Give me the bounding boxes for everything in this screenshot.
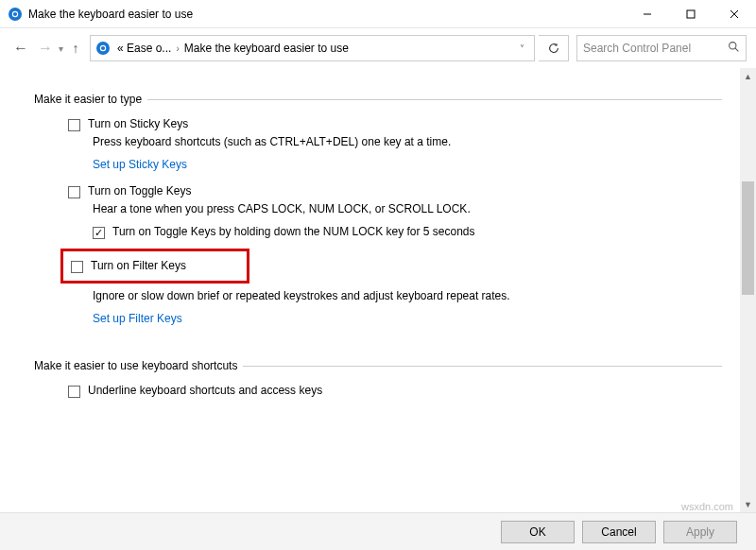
vertical-scrollbar[interactable]: ▲ ▼ bbox=[740, 68, 756, 512]
chevron-right-icon[interactable]: › bbox=[173, 43, 181, 54]
apply-button[interactable]: Apply bbox=[663, 521, 737, 543]
svg-rect-4 bbox=[687, 10, 695, 18]
scroll-thumb[interactable] bbox=[742, 181, 754, 295]
refresh-button[interactable] bbox=[539, 35, 569, 61]
toggle-keys-desc: Hear a tone when you press CAPS LOCK, NU… bbox=[93, 202, 722, 215]
section-keyboard-shortcuts: Make it easier to use keyboard shortcuts… bbox=[34, 359, 722, 415]
filter-keys-label: Turn on Filter Keys bbox=[91, 259, 186, 272]
watermark: wsxdn.com bbox=[681, 501, 733, 512]
control-panel-icon bbox=[94, 40, 112, 57]
sticky-keys-desc: Press keyboard shortcuts (such as CTRL+A… bbox=[93, 135, 722, 148]
toggle-keys-checkbox[interactable] bbox=[68, 186, 80, 198]
scroll-up-button[interactable]: ▲ bbox=[740, 68, 756, 84]
scroll-down-button[interactable]: ▼ bbox=[740, 496, 756, 512]
window-controls bbox=[626, 0, 756, 27]
svg-point-10 bbox=[730, 43, 736, 49]
sticky-keys-label: Turn on Sticky Keys bbox=[88, 117, 188, 130]
content-area: Make it easier to type Turn on Sticky Ke… bbox=[0, 68, 756, 512]
window-title: Make the keyboard easier to use bbox=[28, 8, 193, 21]
svg-point-2 bbox=[13, 11, 17, 15]
breadcrumb-seg-1[interactable]: « Ease o... bbox=[115, 42, 173, 55]
toggle-keys-numlock-label: Turn on Toggle Keys by holding down the … bbox=[112, 225, 475, 238]
search-icon bbox=[728, 41, 740, 56]
underline-shortcuts-label: Underline keyboard shortcuts and access … bbox=[88, 384, 322, 397]
setup-filter-keys-link[interactable]: Set up Filter Keys bbox=[93, 312, 722, 325]
filter-keys-checkbox[interactable] bbox=[71, 261, 83, 273]
breadcrumb-seg-2[interactable]: Make the keyboard easier to use bbox=[182, 42, 351, 55]
toggle-keys-numlock-checkbox[interactable]: ✓ bbox=[93, 227, 105, 239]
maximize-button[interactable] bbox=[669, 0, 713, 28]
setup-sticky-keys-link[interactable]: Set up Sticky Keys bbox=[93, 158, 722, 171]
forward-button[interactable]: → bbox=[34, 37, 57, 60]
section-legend: Make it easier to use keyboard shortcuts bbox=[34, 359, 243, 372]
section-legend: Make it easier to type bbox=[34, 93, 147, 106]
titlebar: Make the keyboard easier to use bbox=[0, 0, 756, 28]
search-placeholder: Search Control Panel bbox=[583, 42, 691, 55]
filter-keys-desc: Ignore or slow down brief or repeated ke… bbox=[93, 289, 722, 302]
section-easier-to-type: Make it easier to type Turn on Sticky Ke… bbox=[34, 93, 722, 352]
minimize-button[interactable] bbox=[626, 0, 669, 28]
address-dropdown[interactable]: ˅ bbox=[514, 43, 530, 54]
back-button[interactable]: ← bbox=[9, 37, 32, 60]
ok-button[interactable]: OK bbox=[501, 521, 575, 543]
underline-shortcuts-checkbox[interactable] bbox=[68, 386, 80, 398]
toggle-keys-label: Turn on Toggle Keys bbox=[88, 184, 191, 198]
address-bar[interactable]: « Ease o... › Make the keyboard easier t… bbox=[90, 35, 535, 61]
search-input[interactable]: Search Control Panel bbox=[576, 35, 747, 61]
history-dropdown[interactable]: ▾ bbox=[59, 43, 63, 54]
footer: OK Cancel Apply bbox=[0, 512, 756, 550]
up-button[interactable]: ↑ bbox=[65, 41, 86, 56]
svg-point-9 bbox=[101, 46, 105, 50]
sticky-keys-checkbox[interactable] bbox=[68, 119, 80, 131]
control-panel-icon bbox=[8, 7, 23, 22]
cancel-button[interactable]: Cancel bbox=[582, 521, 656, 543]
svg-line-11 bbox=[735, 48, 738, 51]
highlight-filter-keys: Turn on Filter Keys bbox=[60, 249, 249, 284]
navbar: ← → ▾ ↑ « Ease o... › Make the keyboard … bbox=[0, 28, 756, 68]
close-button[interactable] bbox=[713, 0, 756, 28]
